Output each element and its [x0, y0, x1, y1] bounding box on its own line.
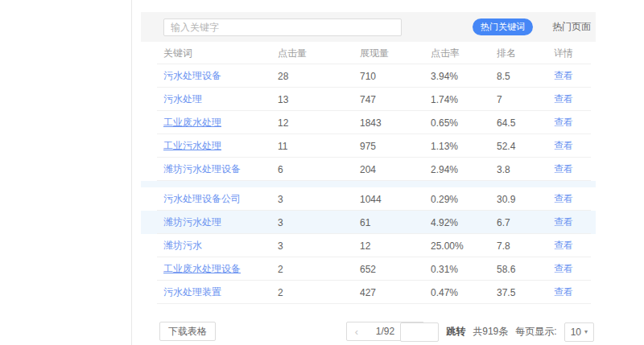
vertical-divider	[131, 0, 132, 345]
cell-ctr: 1.74%	[431, 94, 497, 105]
view-detail-link[interactable]: 查看	[554, 116, 589, 129]
cell-clicks: 12	[278, 117, 360, 129]
view-detail-link[interactable]: 查看	[554, 192, 589, 206]
per-page-label: 每页显示:	[515, 325, 556, 339]
cell-clicks: 3	[278, 240, 360, 252]
column-header: 关键词	[157, 47, 278, 60]
table-row: 潍坊污水处理设备62042.94%3.8查看	[141, 158, 596, 181]
cell-clicks: 3	[278, 217, 360, 228]
table-row: 工业废水处理设备26520.31%58.6查看	[141, 257, 596, 281]
cell-impressions: 1044	[360, 194, 431, 205]
footer-right-group: 跳转 共919条 每页显示: 10 ▾	[400, 322, 594, 342]
cell-rank: 7.8	[497, 240, 554, 252]
cell-impressions: 710	[360, 71, 431, 82]
keyword-link[interactable]: 污水处理装置	[157, 285, 278, 299]
page-size-select[interactable]: 10 ▾	[564, 322, 594, 342]
view-detail-link[interactable]: 查看	[554, 139, 589, 153]
cell-rank: 37.5	[497, 287, 554, 298]
view-detail-link[interactable]: 查看	[554, 285, 589, 299]
prev-page-icon[interactable]: ‹	[347, 326, 366, 338]
keyword-link[interactable]: 工业废水处理	[157, 116, 278, 129]
table-header: 关键词点击量展现量点击率排名详情	[141, 42, 596, 64]
jump-page-input[interactable]	[400, 322, 439, 342]
cell-clicks: 2	[278, 287, 360, 298]
table-footer: 下载表格 ‹ 1/92 › 跳转 共919条 每页显示: 10 ▾	[141, 322, 596, 342]
cell-ctr: 0.47%	[431, 287, 497, 298]
hot-pages-button[interactable]: 热门页面	[552, 20, 591, 34]
cell-clicks: 13	[278, 94, 360, 105]
jump-button[interactable]: 跳转	[446, 325, 465, 339]
cell-impressions: 975	[360, 141, 431, 152]
cell-ctr: 1.13%	[431, 141, 497, 152]
cell-rank: 8.5	[497, 71, 554, 82]
cell-rank: 58.6	[497, 264, 554, 275]
view-detail-link[interactable]: 查看	[554, 216, 589, 229]
cell-rank: 64.5	[497, 117, 554, 129]
cell-ctr: 3.94%	[431, 71, 497, 82]
cell-clicks: 3	[278, 194, 360, 205]
keyword-stats-panel: 热门关键词 热门页面 关键词点击量展现量点击率排名详情 污水处理设备287103…	[141, 0, 596, 342]
cell-impressions: 12	[360, 240, 431, 252]
cell-impressions: 427	[360, 287, 431, 298]
cell-rank: 6.7	[497, 217, 554, 228]
view-detail-link[interactable]: 查看	[554, 69, 589, 83]
view-detail-link[interactable]: 查看	[554, 162, 589, 176]
keyword-link[interactable]: 污水处理	[157, 92, 278, 106]
column-header: 点击量	[278, 47, 360, 60]
table-row: 污水处理设备公司310440.29%30.9查看	[141, 187, 596, 211]
toolbar: 热门关键词 热门页面	[141, 12, 596, 42]
cell-ctr: 0.65%	[431, 117, 497, 129]
cell-impressions: 61	[360, 217, 431, 228]
cell-ctr: 0.31%	[431, 264, 497, 275]
download-table-button[interactable]: 下载表格	[159, 322, 216, 341]
table-row: 工业污水处理119751.13%52.4查看	[141, 134, 596, 158]
column-header: 排名	[497, 47, 554, 60]
view-detail-link[interactable]: 查看	[554, 239, 589, 253]
table-row: 潍坊污水31225.00%7.8查看	[141, 234, 596, 257]
search-input[interactable]	[163, 18, 402, 36]
keyword-link[interactable]: 潍坊污水处理	[157, 216, 278, 229]
column-header: 详情	[554, 47, 589, 60]
keyword-link[interactable]: 工业污水处理	[157, 139, 278, 153]
keyword-link[interactable]: 潍坊污水处理设备	[157, 162, 278, 176]
cell-impressions: 747	[360, 94, 431, 105]
hot-keywords-button[interactable]: 热门关键词	[473, 18, 533, 35]
table-row: 污水处理137471.74%7查看	[141, 88, 596, 111]
cell-rank: 3.8	[497, 164, 554, 175]
table-row: 工业废水处理1218430.65%64.5查看	[141, 111, 596, 134]
cell-clicks: 6	[278, 164, 360, 175]
keyword-link[interactable]: 潍坊污水	[157, 239, 278, 253]
table-row: 污水处理装置24270.47%37.5查看	[141, 281, 596, 304]
column-header: 点击率	[431, 47, 497, 60]
cell-impressions: 204	[360, 164, 431, 175]
cell-impressions: 1843	[360, 117, 431, 129]
cell-ctr: 25.00%	[431, 240, 497, 252]
cell-clicks: 28	[278, 71, 360, 82]
cell-clicks: 2	[278, 264, 360, 275]
table-row: 污水处理设备287103.94%8.5查看	[141, 64, 596, 88]
keyword-link[interactable]: 污水处理设备	[157, 69, 278, 83]
keyword-link[interactable]: 污水处理设备公司	[157, 192, 278, 206]
cell-rank: 7	[497, 94, 554, 105]
column-header: 展现量	[360, 47, 431, 60]
page-size-value: 10	[571, 327, 581, 338]
cell-ctr: 4.92%	[431, 217, 497, 228]
keyword-link[interactable]: 工业废水处理设备	[157, 262, 278, 276]
cell-rank: 52.4	[497, 141, 554, 152]
chevron-down-icon: ▾	[584, 328, 588, 335]
cell-rank: 30.9	[497, 194, 554, 205]
current-page-indicator: 1/92	[366, 326, 404, 337]
view-detail-link[interactable]: 查看	[554, 262, 589, 276]
highlight-band	[141, 181, 596, 187]
table-row: 潍坊污水处理3614.92%6.7查看	[141, 211, 596, 234]
view-detail-link[interactable]: 查看	[554, 92, 589, 106]
cell-clicks: 11	[278, 141, 360, 152]
table-body: 污水处理设备287103.94%8.5查看污水处理137471.74%7查看工业…	[141, 64, 596, 304]
cell-impressions: 652	[360, 264, 431, 275]
cell-ctr: 0.29%	[431, 194, 497, 205]
total-count-label: 共919条	[473, 325, 508, 339]
cell-ctr: 2.94%	[431, 164, 497, 175]
